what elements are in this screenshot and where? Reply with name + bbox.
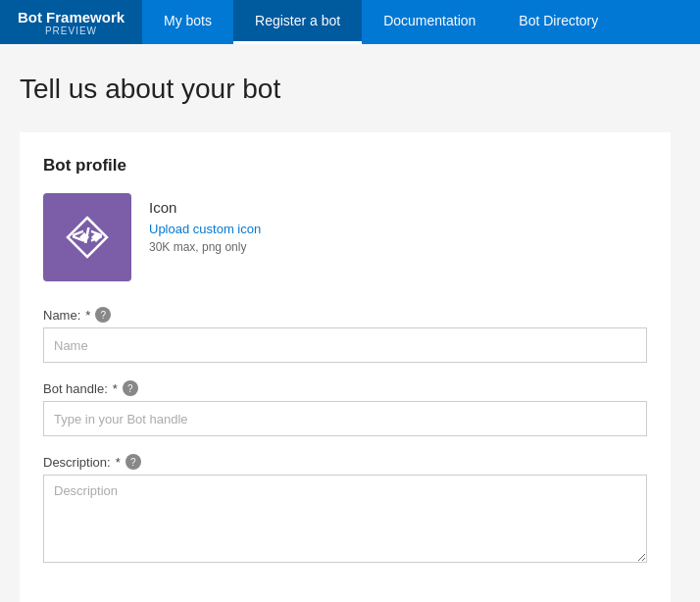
upload-hint: 30K max, png only	[149, 240, 261, 254]
name-group: Name: * ?	[43, 307, 647, 363]
name-help-icon[interactable]: ?	[95, 307, 111, 323]
page-content: Tell us about your bot Bot profile </> I…	[0, 44, 700, 602]
section-title: Bot profile	[43, 156, 647, 176]
navbar: Bot Framework PREVIEW My bots Register a…	[0, 0, 700, 44]
page-title: Tell us about your bot	[20, 74, 671, 105]
bot-icon-box: </>	[43, 193, 131, 281]
bot-icon-svg: </>	[64, 214, 111, 261]
nav-items: My bots Register a bot Documentation Bot…	[142, 0, 700, 44]
bot-handle-label: Bot handle: * ?	[43, 380, 647, 396]
nav-item-register-a-bot[interactable]: Register a bot	[233, 0, 362, 44]
description-label: Description: * ?	[43, 454, 647, 470]
description-group: Description: * ?	[43, 454, 647, 566]
bot-handle-help-icon[interactable]: ?	[123, 380, 138, 396]
icon-info: Icon Upload custom icon 30K max, png onl…	[149, 193, 261, 254]
icon-row: </> Icon Upload custom icon 30K max, png…	[43, 193, 647, 281]
bot-handle-input[interactable]	[43, 401, 647, 436]
description-textarea[interactable]	[43, 475, 647, 563]
bot-handle-group: Bot handle: * ?	[43, 380, 647, 436]
nav-item-bot-directory[interactable]: Bot Directory	[497, 0, 620, 44]
bot-profile-card: Bot profile </> Icon Upload custom icon …	[20, 132, 671, 602]
svg-text:</>: </>	[72, 224, 103, 248]
nav-item-documentation[interactable]: Documentation	[362, 0, 497, 44]
description-help-icon[interactable]: ?	[125, 454, 141, 470]
name-input[interactable]	[43, 327, 647, 363]
upload-custom-icon-link[interactable]: Upload custom icon	[149, 222, 261, 236]
nav-item-my-bots[interactable]: My bots	[142, 0, 233, 44]
icon-label: Icon	[149, 199, 261, 216]
brand-subtitle: PREVIEW	[45, 25, 97, 36]
brand: Bot Framework PREVIEW	[0, 0, 142, 44]
name-label: Name: * ?	[43, 307, 647, 323]
brand-title: Bot Framework	[18, 9, 125, 25]
